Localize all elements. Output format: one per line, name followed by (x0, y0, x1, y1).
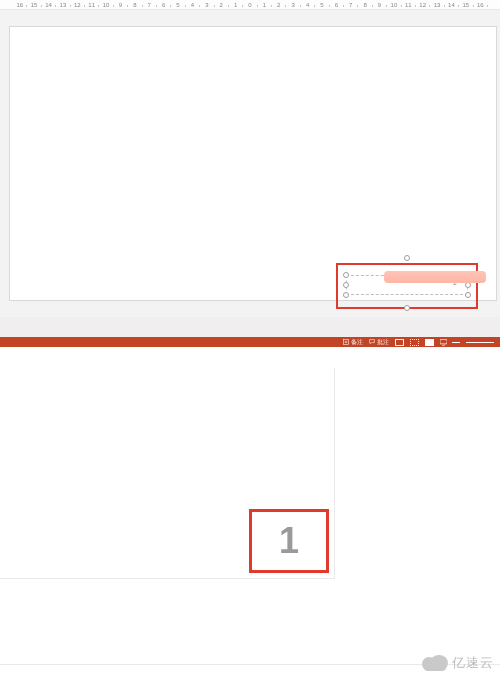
slide-canvas[interactable]: 1 (9, 26, 497, 301)
ruler-tick: 3 (286, 0, 300, 10)
ruler-tick: 2 (214, 0, 228, 10)
ruler-tick: 9 (372, 0, 386, 10)
ruler-tick: 8 (358, 0, 372, 10)
ruler-tick: 11 (401, 0, 415, 10)
slide-sorter-view-icon[interactable] (410, 339, 419, 346)
page-number-highlight: 1 (249, 509, 329, 573)
comments-label: 批注 (377, 338, 389, 347)
page-number-placeholder-selection[interactable]: 1 (336, 263, 478, 309)
ruler-tick: 15 (27, 0, 41, 10)
output-pane: 1 亿速云 (0, 368, 500, 680)
ruler-tick: 0 (243, 0, 257, 10)
ruler-tick: 15 (459, 0, 473, 10)
tooltip-callout (384, 271, 486, 283)
resize-handle-icon[interactable] (404, 305, 410, 311)
ruler-tick: 11 (85, 0, 99, 10)
cloud-icon (422, 655, 448, 671)
ruler-tick: 8 (128, 0, 142, 10)
notes-label: 备注 (351, 338, 363, 347)
ruler-tick: 1 (228, 0, 242, 10)
ruler-tick: 7 (344, 0, 358, 10)
reading-view-icon[interactable] (425, 339, 434, 346)
page-number-output: 1 (279, 520, 299, 562)
resize-handle-icon[interactable] (343, 282, 349, 288)
ruler-tick: 16 (473, 0, 487, 10)
ruler-tick: 5 (315, 0, 329, 10)
status-bar: 备注 批注 (0, 337, 500, 347)
ruler-tick: 3 (200, 0, 214, 10)
ruler-tick: 6 (329, 0, 343, 10)
rotate-handle-icon[interactable] (404, 255, 410, 261)
notes-icon (343, 339, 349, 345)
ruler-tick: 16 (13, 0, 27, 10)
ruler-tick: 10 (99, 0, 113, 10)
ruler-tick: 12 (70, 0, 84, 10)
horizontal-ruler[interactable]: 1615141312111098765432101234567891011121… (0, 0, 500, 10)
output-slide: 1 (0, 368, 335, 579)
ruler-tick: 7 (142, 0, 156, 10)
ruler-tick: 13 (430, 0, 444, 10)
ruler-tick: 4 (300, 0, 314, 10)
resize-handle-icon[interactable] (343, 272, 349, 278)
ruler-tick: 14 (41, 0, 55, 10)
ruler-tick: 12 (415, 0, 429, 10)
normal-view-icon[interactable] (395, 339, 404, 346)
ruler-tick: 13 (56, 0, 70, 10)
canvas-background: 1 (0, 10, 500, 317)
watermark: 亿速云 (422, 654, 494, 672)
editor-pane: 1615141312111098765432101234567891011121… (0, 0, 500, 347)
svg-rect-0 (344, 340, 349, 345)
ruler-tick: 6 (156, 0, 170, 10)
zoom-slider[interactable] (466, 342, 494, 343)
ruler-tick: 5 (171, 0, 185, 10)
comments-icon (369, 339, 375, 345)
ruler-tick: 10 (387, 0, 401, 10)
pane-divider (0, 347, 500, 368)
zoom-out-icon[interactable] (452, 342, 460, 343)
slideshow-view-icon[interactable] (440, 339, 446, 345)
svg-rect-3 (440, 340, 447, 344)
ruler-tick: 1 (257, 0, 271, 10)
notes-button[interactable]: 备注 (343, 338, 363, 347)
comments-button[interactable]: 批注 (369, 338, 389, 347)
editor-gap (0, 317, 500, 337)
ruler-tick: 9 (113, 0, 127, 10)
ruler-tick: 2 (272, 0, 286, 10)
resize-handle-icon[interactable] (343, 292, 349, 298)
watermark-text: 亿速云 (452, 654, 494, 672)
ruler-tick: 4 (185, 0, 199, 10)
ruler-tick: 14 (444, 0, 458, 10)
resize-handle-icon[interactable] (465, 292, 471, 298)
